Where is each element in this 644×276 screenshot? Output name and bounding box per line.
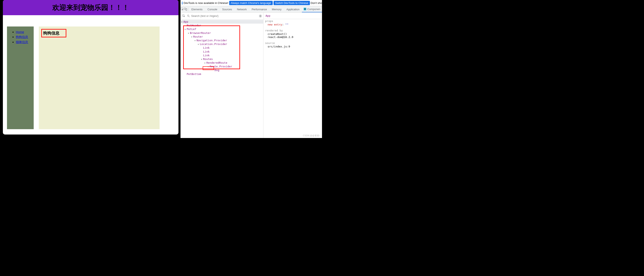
devtools-tabs: Elements Console Sources Network Perform… <box>180 6 322 12</box>
inspect-icon[interactable] <box>180 6 184 12</box>
tree-node-location-provider[interactable]: ▼Location.Provider <box>180 42 263 46</box>
gear-icon[interactable] <box>259 14 262 18</box>
rendered-by-item[interactable]: createRoot() <box>264 32 322 36</box>
tree-node-app[interactable]: ▼App <box>180 20 263 24</box>
tree-node-navigation-provider[interactable]: ▼Navigation.Provider <box>180 38 263 42</box>
detail-title-highlight: 狗狗信息 <box>41 29 66 38</box>
tree-node-petbottom[interactable]: PetBottom <box>180 72 263 76</box>
tree-node-routes[interactable]: ▼Routes <box>180 57 263 61</box>
breadcrumb[interactable]: App <box>264 13 322 19</box>
source-value[interactable]: src/index.js:9 <box>264 45 322 48</box>
dont-show-button[interactable]: Don't show <box>311 2 322 4</box>
browser-page: 欢迎来到宠物乐园！！！ Home 狗狗信息 猫咪信息 狗狗信息 <box>3 0 178 134</box>
tab-components[interactable]: Componen <box>302 6 322 12</box>
tab-elements[interactable]: Elements <box>189 6 205 12</box>
tree-node-petlef[interactable]: ▼PetLef <box>180 27 263 31</box>
tree-node-route-provider[interactable]: ▼Route.Provider <box>180 65 263 68</box>
svg-rect-2 <box>186 8 187 10</box>
svg-point-3 <box>305 9 305 9</box>
tree-node-router[interactable]: ▼Router <box>180 35 263 38</box>
component-tree[interactable]: ▼AppPetHeader▼PetLef▼BrowserRouter▼Route… <box>180 20 263 138</box>
svg-line-9 <box>189 16 190 17</box>
devtools-body: ▼AppPetHeader▼PetLef▼BrowserRouter▼Route… <box>180 12 322 138</box>
tab-console[interactable]: Console <box>205 6 220 12</box>
props-header: props <box>264 19 322 23</box>
tree-node-link[interactable]: Link <box>180 50 263 54</box>
tree-node-browserrouter[interactable]: ▼BrowserRouter <box>180 31 263 35</box>
tab-memory[interactable]: Memory <box>270 6 284 12</box>
detail-panel: 狗狗信息 <box>39 26 160 129</box>
search-icon <box>187 14 190 18</box>
source-header: source <box>264 41 322 45</box>
nav-cat[interactable]: 猫咪信息 <box>16 40 28 44</box>
info-icon: i <box>182 2 183 5</box>
detail-title: 狗狗信息 <box>43 31 60 35</box>
notice-text: DevTools is now available in Chinese! <box>184 2 228 4</box>
svg-point-10 <box>260 16 261 16</box>
rendered-by-item[interactable]: react-dom@18.2.0 <box>264 36 322 38</box>
tab-application[interactable]: Application <box>284 6 302 12</box>
nav-home[interactable]: Home <box>16 30 24 34</box>
tree-search-input[interactable] <box>191 14 258 18</box>
tree-node-link[interactable]: Link <box>180 54 263 57</box>
tab-network[interactable]: Network <box>234 6 249 12</box>
props-pane: App props new entry: "" rendered by crea… <box>264 12 322 138</box>
tab-sources[interactable]: Sources <box>220 6 234 12</box>
watermark: CSDN @@素素~ <box>303 134 320 137</box>
pick-element-icon[interactable] <box>182 14 186 18</box>
component-tree-pane: ▼AppPetHeader▼PetLef▼BrowserRouter▼Route… <box>180 12 264 138</box>
devtools-notice: i DevTools is now available in Chinese! … <box>180 0 322 6</box>
react-icon <box>304 8 306 10</box>
svg-point-8 <box>188 15 189 16</box>
devtools-panel: i DevTools is now available in Chinese! … <box>180 0 322 138</box>
page-title: 欢迎来到宠物乐园！！！ <box>3 0 178 15</box>
device-icon[interactable] <box>184 6 187 12</box>
tree-node-dog[interactable]: Dog <box>180 68 263 72</box>
nav-sidebar: Home 狗狗信息 猫咪信息 <box>7 26 34 129</box>
tree-node-renderedroute[interactable]: ▼RenderedRoute <box>180 61 263 65</box>
tree-node-petheader[interactable]: PetHeader <box>180 24 263 27</box>
tree-search-bar <box>180 12 263 20</box>
switch-chinese-button[interactable]: Switch DevTools to Chinese <box>274 1 310 5</box>
tab-performance[interactable]: Performance <box>249 6 269 12</box>
nav-dog[interactable]: 狗狗信息 <box>16 35 28 38</box>
tree-node-link[interactable]: Link <box>180 46 263 50</box>
rendered-by-header: rendered by <box>264 28 322 32</box>
content-row: Home 狗狗信息 猫咪信息 狗狗信息 <box>3 15 178 129</box>
svg-rect-1 <box>184 8 186 10</box>
prop-new-entry[interactable]: new entry: "" <box>264 23 322 26</box>
match-language-button[interactable]: Always match Chrome's language <box>229 1 273 5</box>
